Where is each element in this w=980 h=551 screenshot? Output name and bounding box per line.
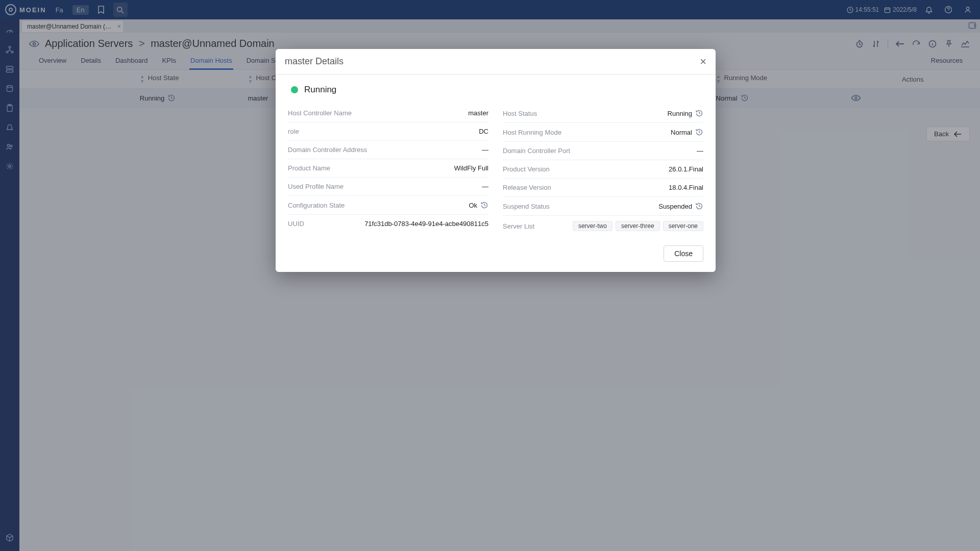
kv-value: Running [668, 109, 703, 117]
kv-row: Release Version18.0.4.Final [503, 179, 703, 197]
kv-key: Used Profile Name [288, 183, 344, 190]
modal-title: master Details [285, 56, 344, 67]
kv-row: Used Profile Name— [288, 178, 488, 196]
kv-row: Host Controller Namemaster [288, 104, 488, 122]
kv-key: Domain Controller Address [288, 146, 367, 154]
kv-key: Host Running Mode [503, 129, 561, 136]
kv-row: Configuration StateOk [288, 196, 488, 215]
close-icon[interactable]: × [700, 57, 706, 66]
history-icon[interactable] [695, 202, 703, 210]
kv-value: DC [479, 128, 488, 135]
status-row: Running [291, 85, 703, 95]
kv-row: Server Listserver-twoserver-threeserver-… [503, 216, 703, 236]
kv-row: Domain Controller Port— [503, 142, 703, 160]
kv-value: — [482, 146, 488, 154]
kv-row: Host StatusRunning [503, 104, 703, 123]
status-dot-icon [291, 86, 298, 93]
kv-value: Suspended [658, 202, 703, 210]
kv-key: Product Version [503, 165, 550, 173]
server-chip[interactable]: server-three [616, 221, 660, 231]
kv-value: server-twoserver-threeserver-one [573, 221, 703, 231]
kv-row: Host Running ModeNormal [503, 123, 703, 142]
kv-row: Domain Controller Address— [288, 141, 488, 159]
close-button[interactable]: Close [664, 245, 703, 262]
kv-value: 18.0.4.Final [669, 184, 703, 191]
kv-value: 71fc31db-0783-4e49-91e4-acbe490811c5 [364, 220, 488, 228]
kv-value: 26.0.1.Final [669, 165, 703, 173]
kv-key: Release Version [503, 184, 551, 191]
kv-value: WildFly Full [454, 164, 488, 172]
kv-key: Suspend Status [503, 203, 550, 210]
server-chip[interactable]: server-one [663, 221, 703, 231]
kv-left-column: Host Controller NamemasterroleDCDomain C… [288, 104, 488, 236]
modal-footer: Close [276, 239, 716, 272]
server-chip[interactable]: server-two [573, 221, 612, 231]
kv-key: Server List [503, 222, 534, 230]
kv-row: Product NameWildFly Full [288, 159, 488, 178]
details-modal: master Details × Running Host Controller… [276, 49, 716, 272]
kv-key: Host Controller Name [288, 109, 352, 117]
kv-row: UUID71fc31db-0783-4e49-91e4-acbe490811c5 [288, 215, 488, 233]
kv-key: Domain Controller Port [503, 147, 570, 155]
history-icon[interactable] [695, 128, 703, 136]
kv-key: Product Name [288, 164, 330, 172]
modal-body: Running Host Controller NamemasterroleDC… [276, 74, 716, 239]
history-icon[interactable] [480, 201, 488, 209]
modal-header: master Details × [276, 49, 716, 74]
kv-value: Normal [671, 128, 703, 136]
history-icon[interactable] [695, 109, 703, 117]
kv-right-column: Host StatusRunningHost Running ModeNorma… [503, 104, 703, 236]
kv-row: roleDC [288, 122, 488, 141]
kv-row: Product Version26.0.1.Final [503, 160, 703, 179]
kv-value: Ok [469, 201, 488, 209]
kv-key: role [288, 128, 299, 135]
kv-value: — [482, 183, 488, 190]
kv-key: Configuration State [288, 202, 345, 209]
kv-value: master [468, 109, 488, 117]
kv-row: Suspend StatusSuspended [503, 197, 703, 216]
kv-key: Host Status [503, 110, 537, 117]
kv-key: UUID [288, 220, 304, 228]
status-label: Running [304, 85, 336, 95]
kv-value: — [697, 147, 703, 155]
